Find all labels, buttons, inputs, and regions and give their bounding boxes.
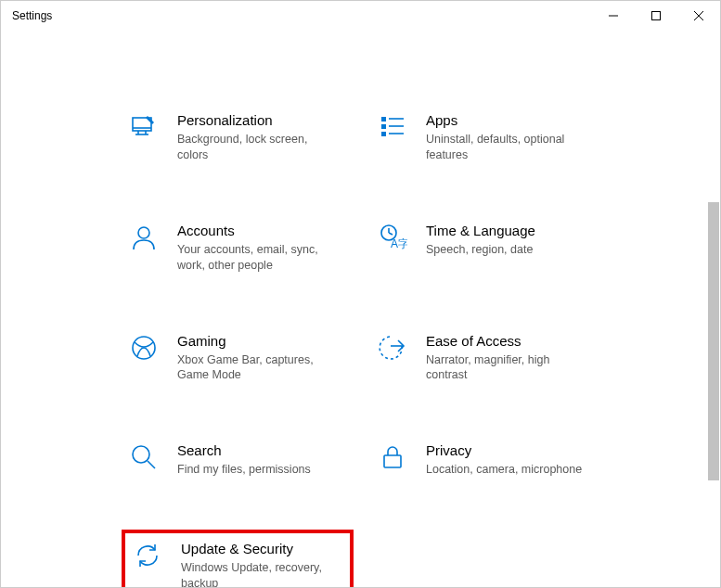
scrollbar-thumb[interactable] <box>708 202 719 480</box>
apps-icon <box>376 110 409 144</box>
tile-title: Privacy <box>426 442 582 459</box>
settings-tiles-grid: Personalization Background, lock screen,… <box>122 105 664 588</box>
tile-privacy[interactable]: Privacy Location, camera, microphone <box>370 435 602 483</box>
tile-subtitle: Background, lock screen, colors <box>177 132 335 163</box>
tile-search[interactable]: Search Find my files, permissions <box>122 435 354 483</box>
tile-title: Gaming <box>177 333 335 350</box>
gaming-icon <box>127 331 161 364</box>
tile-title: Apps <box>426 112 584 129</box>
svg-rect-24 <box>384 455 401 467</box>
svg-line-23 <box>148 461 155 468</box>
tile-subtitle: Your accounts, email, sync, work, other … <box>177 242 335 274</box>
settings-content: Personalization Background, lock screen,… <box>1 31 720 588</box>
svg-rect-1 <box>652 12 661 20</box>
svg-rect-9 <box>381 117 386 121</box>
tile-apps[interactable]: Apps Uninstall, defaults, optional featu… <box>370 105 602 169</box>
svg-rect-11 <box>381 132 386 136</box>
svg-line-18 <box>389 233 393 235</box>
svg-point-22 <box>133 446 149 463</box>
accounts-icon <box>127 221 161 254</box>
search-icon <box>127 441 161 474</box>
personalization-icon <box>127 110 161 144</box>
minimize-button[interactable] <box>592 1 635 31</box>
tile-title: Time & Language <box>426 223 535 239</box>
svg-text:A字: A字 <box>391 237 407 250</box>
tile-ease-of-access[interactable]: Ease of Access Narrator, magnifier, high… <box>370 326 602 390</box>
tile-accounts[interactable]: Accounts Your accounts, email, sync, wor… <box>122 215 354 279</box>
maximize-button[interactable] <box>635 1 677 31</box>
tile-gaming[interactable]: Gaming Xbox Game Bar, captures, Game Mod… <box>122 326 354 390</box>
tile-time-language[interactable]: A字 Time & Language Speech, region, date <box>370 215 602 279</box>
svg-point-15 <box>138 227 149 238</box>
tile-title: Search <box>177 442 311 459</box>
tile-subtitle: Location, camera, microphone <box>426 462 582 478</box>
tile-subtitle: Uninstall, defaults, optional features <box>426 132 584 163</box>
tile-title: Ease of Access <box>426 333 584 350</box>
tile-title: Accounts <box>177 223 335 239</box>
tile-update-security[interactable]: Update & Security Windows Update, recove… <box>122 530 354 588</box>
close-button[interactable] <box>677 1 720 31</box>
tile-subtitle: Windows Update, recovery, backup <box>181 560 339 588</box>
tile-title: Personalization <box>177 112 335 129</box>
ease-of-access-icon <box>376 331 409 364</box>
tile-subtitle: Find my files, permissions <box>177 462 311 478</box>
time-language-icon: A字 <box>376 221 409 254</box>
tile-subtitle: Narrator, magnifier, high contrast <box>426 352 584 384</box>
scrollbar[interactable] <box>707 31 720 587</box>
titlebar: Settings <box>1 1 720 31</box>
tile-subtitle: Speech, region, date <box>426 242 535 258</box>
tile-subtitle: Xbox Game Bar, captures, Game Mode <box>177 352 335 384</box>
update-security-icon <box>131 539 164 572</box>
tile-personalization[interactable]: Personalization Background, lock screen,… <box>122 105 354 169</box>
svg-rect-10 <box>381 124 386 129</box>
caption-buttons <box>592 1 720 31</box>
tile-title: Update & Security <box>181 541 339 557</box>
privacy-icon <box>376 441 409 474</box>
window-title: Settings <box>12 9 52 22</box>
